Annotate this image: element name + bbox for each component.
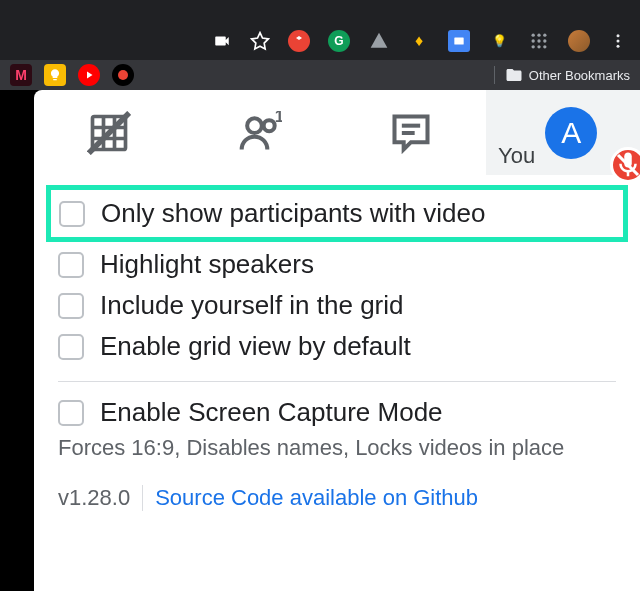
browser-chrome: G ♦ 💡 M <box>0 0 640 90</box>
checkbox-include-self[interactable] <box>58 293 84 319</box>
other-bookmarks-folder[interactable]: Other Bookmarks <box>494 66 630 84</box>
star-icon[interactable] <box>250 31 270 51</box>
option-highlight-speakers[interactable]: Highlight speakers <box>58 244 616 285</box>
bookmarks-bar: M Other Bookmarks <box>0 60 640 90</box>
bookmark-dark[interactable] <box>112 64 134 86</box>
option-enable-default[interactable]: Enable grid view by default <box>58 326 616 367</box>
camera-icon[interactable] <box>212 31 232 51</box>
apps-grid-icon[interactable] <box>528 30 550 52</box>
svg-point-11 <box>617 40 620 43</box>
tab-people[interactable]: 1 <box>185 90 336 175</box>
bookmark-myntra[interactable]: M <box>10 64 32 86</box>
profile-avatar-icon[interactable] <box>568 30 590 52</box>
svg-point-10 <box>617 34 620 37</box>
github-link[interactable]: Source Code available on Github <box>155 485 478 511</box>
svg-point-1 <box>532 34 535 37</box>
svg-rect-0 <box>454 38 463 45</box>
svg-point-7 <box>532 45 535 48</box>
footer-separator <box>142 485 143 511</box>
svg-point-5 <box>537 39 540 42</box>
option-label: Only show participants with video <box>101 198 485 229</box>
option-only-video[interactable]: Only show participants with video <box>46 185 628 242</box>
bookmark-keep[interactable] <box>44 64 66 86</box>
option-label: Highlight speakers <box>100 249 314 280</box>
svg-point-9 <box>543 45 546 48</box>
extension-icon-blue[interactable] <box>448 30 470 52</box>
checkbox-enable-default[interactable] <box>58 334 84 360</box>
checkbox-screen-capture[interactable] <box>58 400 84 426</box>
avatar: A <box>545 107 597 159</box>
svg-point-4 <box>532 39 535 42</box>
svg-point-19 <box>247 118 262 133</box>
mic-muted-icon[interactable] <box>610 147 640 183</box>
extension-icon-orange[interactable]: ♦ <box>408 30 430 52</box>
other-bookmarks-label: Other Bookmarks <box>529 68 630 83</box>
svg-point-2 <box>537 34 540 37</box>
panel-footer: v1.28.0 Source Code available on Github <box>58 485 616 511</box>
svg-point-8 <box>537 45 540 48</box>
svg-line-18 <box>89 112 129 152</box>
tab-grid-layout[interactable] <box>34 90 185 175</box>
svg-point-12 <box>617 45 620 48</box>
tab-you[interactable]: You A <box>486 90 640 175</box>
options-list: Only show participants with video Highli… <box>34 175 640 511</box>
option-include-self[interactable]: Include yourself in the grid <box>58 285 616 326</box>
option-label: Enable Screen Capture Mode <box>100 397 443 428</box>
extension-icon-red[interactable] <box>288 30 310 52</box>
checkbox-only-video[interactable] <box>59 201 85 227</box>
svg-point-3 <box>543 34 546 37</box>
panel-tabs: 1 You A <box>34 90 640 175</box>
divider <box>58 381 616 382</box>
option-label: Enable grid view by default <box>100 331 411 362</box>
option-screen-capture[interactable]: Enable Screen Capture Mode <box>58 392 616 433</box>
menu-dots-icon[interactable] <box>608 31 628 51</box>
settings-panel: 1 You A Only show partici <box>34 90 640 591</box>
bookmark-youtube[interactable] <box>78 64 100 86</box>
version-label: v1.28.0 <box>58 485 130 511</box>
svg-point-6 <box>543 39 546 42</box>
extension-icon-bulb[interactable]: 💡 <box>488 30 510 52</box>
checkbox-highlight-speakers[interactable] <box>58 252 84 278</box>
tab-chat[interactable] <box>335 90 486 175</box>
option-label: Include yourself in the grid <box>100 290 404 321</box>
drive-icon[interactable] <box>368 30 390 52</box>
svg-text:1: 1 <box>275 111 282 125</box>
you-label: You <box>498 143 535 169</box>
svg-point-20 <box>264 120 275 131</box>
grammarly-icon[interactable]: G <box>328 30 350 52</box>
browser-toolbar: G ♦ 💡 <box>212 30 628 52</box>
screen-capture-description: Forces 16:9, Disables names, Locks video… <box>58 435 616 461</box>
